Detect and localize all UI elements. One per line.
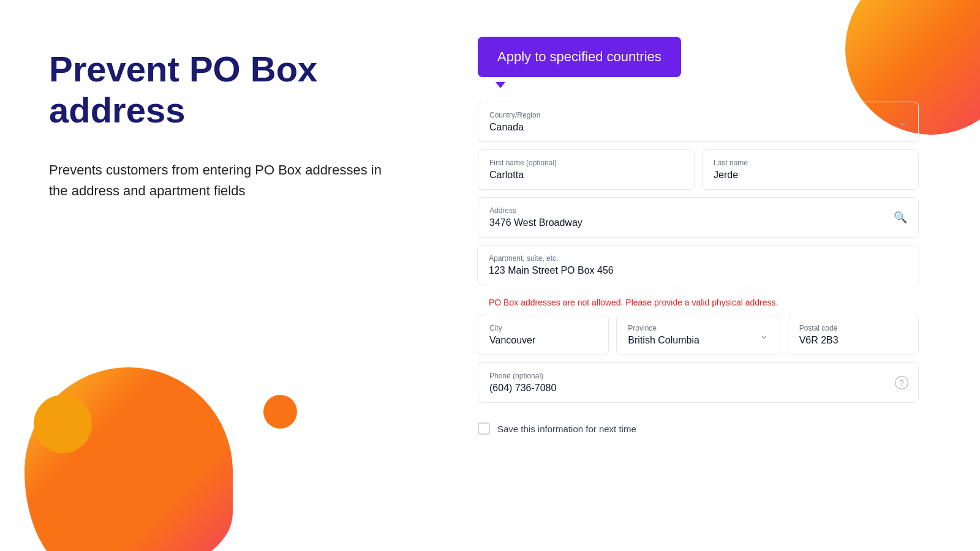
right-panel: Apply to specified countries Country/Reg… [441,0,980,551]
page-title: Prevent PO Box address [49,49,392,130]
help-icon[interactable]: ? [895,376,908,389]
last-name-value: Jerde [714,170,738,180]
postal-field[interactable]: Postal code V6R 2B3 [788,315,919,355]
search-icon[interactable]: 🔍 [894,211,907,224]
apartment-label: Apartment, suite, etc. [489,254,908,263]
phone-field[interactable]: Phone (optional) (604) 736-7080 ? [478,362,919,403]
country-region-value: Canada [489,122,524,132]
address-label: Address [489,206,907,215]
address-field[interactable]: Address 3476 West Broadway 🔍 [478,197,919,238]
country-region-field: Country/Region Canada ⌄ [478,102,919,142]
province-label: Province [628,324,768,332]
country-region-label: Country/Region [489,111,907,119]
save-info-label: Save this information for next time [497,424,636,434]
tooltip-container: Apply to specified countries [478,37,919,82]
first-name-value: Carlotta [489,170,524,180]
left-panel: Prevent PO Box address Prevents customer… [0,0,441,551]
apartment-field[interactable]: Apartment, suite, etc. 123 Main Street P… [477,245,919,285]
city-value: Vancouver [489,335,535,345]
name-row: First name (optional) Carlotta Last name… [478,149,919,190]
city-label: City [489,324,597,332]
last-name-label: Last name [714,159,907,167]
province-value: British Columbia [628,335,699,345]
apply-countries-button[interactable]: Apply to specified countries [478,37,681,77]
error-message: PO Box addresses are not allowed. Please… [478,293,919,315]
last-name-field[interactable]: Last name Jerde [702,149,919,190]
province-chevron-icon[interactable]: ⌄ [760,328,769,342]
postal-label: Postal code [799,324,907,332]
address-value: 3476 West Broadway [489,217,582,228]
province-field[interactable]: Province British Columbia ⌄ [616,315,780,355]
postal-value: V6R 2B3 [799,335,839,345]
apartment-value: 123 Main Street PO Box 456 [489,265,614,276]
save-info-checkbox[interactable] [478,422,490,435]
city-field[interactable]: City Vancouver [478,315,609,355]
phone-label: Phone (optional) [489,372,907,380]
chevron-down-icon[interactable]: ⌄ [898,115,907,129]
location-row: City Vancouver Province British Columbia… [478,315,919,355]
first-name-label: First name (optional) [489,159,683,167]
page-description: Prevents customers from entering PO Box … [49,160,392,201]
phone-value: (604) 736-7080 [489,383,556,393]
save-info-row: Save this information for next time [478,410,919,435]
first-name-field[interactable]: First name (optional) Carlotta [478,149,695,190]
